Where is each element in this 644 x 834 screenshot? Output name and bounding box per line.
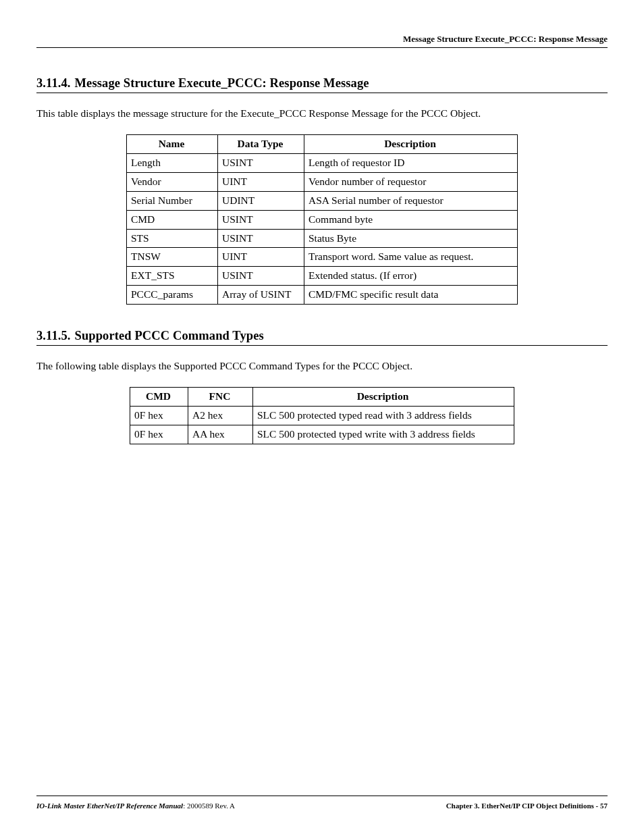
cell: USINT: [218, 267, 304, 286]
cell: Length: [127, 153, 218, 172]
cell: USINT: [218, 153, 304, 172]
col-header-name: Name: [127, 134, 218, 153]
col-header-cmd: CMD: [130, 388, 188, 407]
footer-right: Chapter 3. EtherNet/IP CIP Object Defini…: [446, 802, 608, 810]
cell: TNSW: [127, 248, 218, 267]
cell: 0F hex: [130, 425, 188, 444]
cell: Vendor: [127, 172, 218, 191]
cell: A2 hex: [188, 407, 253, 425]
table-row: PCCC_paramsArray of USINTCMD/FMC specifi…: [127, 286, 518, 305]
cell: UDINT: [218, 191, 304, 210]
cell: CMD: [127, 210, 218, 229]
section-intro-3-11-5: The following table displays the Support…: [36, 359, 608, 373]
cell: CMD/FMC specific result data: [304, 286, 518, 305]
table-header-row: CMD FNC Description: [130, 388, 514, 407]
footer-doc-title: IO-Link Master EtherNet/IP Reference Man…: [36, 802, 183, 810]
cell: Vendor number of requestor: [304, 172, 518, 191]
cell: ASA Serial number of requestor: [304, 191, 518, 210]
cell: Serial Number: [127, 191, 218, 210]
table-header-row: Name Data Type Description: [127, 134, 518, 153]
command-types-table: CMD FNC Description 0F hexA2 hexSLC 500 …: [130, 387, 514, 444]
table-row: TNSWUINTTransport word. Same value as re…: [127, 248, 518, 267]
table-row: VendorUINTVendor number of requestor: [127, 172, 518, 191]
footer-left: IO-Link Master EtherNet/IP Reference Man…: [36, 802, 235, 810]
section-heading-3-11-5: 3.11.5.Supported PCCC Command Types: [36, 329, 608, 346]
table-row: LengthUSINTLength of requestor ID: [127, 153, 518, 172]
cell: Length of requestor ID: [304, 153, 518, 172]
cell: 0F hex: [130, 407, 188, 425]
col-header-datatype: Data Type: [218, 134, 304, 153]
page-footer: IO-Link Master EtherNet/IP Reference Man…: [36, 796, 608, 810]
table-row: CMDUSINTCommand byte: [127, 210, 518, 229]
cell: USINT: [218, 210, 304, 229]
response-message-table: Name Data Type Description LengthUSINTLe…: [126, 134, 518, 305]
cell: Command byte: [304, 210, 518, 229]
cell: PCCC_params: [127, 286, 218, 305]
section-number: 3.11.5.: [36, 329, 71, 342]
col-header-fnc: FNC: [188, 388, 253, 407]
section-intro-3-11-4: This table displays the message structur…: [36, 107, 608, 121]
table-row: EXT_STSUSINTExtended status. (If error): [127, 267, 518, 286]
cell: AA hex: [188, 425, 253, 444]
cell: Extended status. (If error): [304, 267, 518, 286]
cell: SLC 500 protected typed read with 3 addr…: [253, 407, 514, 425]
cell: Transport word. Same value as request.: [304, 248, 518, 267]
footer-doc-rev: : 2000589 Rev. A: [183, 802, 235, 810]
table-row: 0F hexAA hexSLC 500 protected typed writ…: [130, 425, 514, 444]
table-row: STSUSINTStatus Byte: [127, 229, 518, 248]
cell: SLC 500 protected typed write with 3 add…: [253, 425, 514, 444]
cell: UINT: [218, 248, 304, 267]
section-title: Supported PCCC Command Types: [75, 329, 264, 342]
running-header: Message Structure Execute_PCCC: Response…: [36, 34, 608, 48]
section-number: 3.11.4.: [36, 76, 71, 90]
section-title: Message Structure Execute_PCCC: Response…: [75, 76, 369, 90]
cell: STS: [127, 229, 218, 248]
col-header-description: Description: [253, 388, 514, 407]
table-row: Serial NumberUDINTASA Serial number of r…: [127, 191, 518, 210]
cell: UINT: [218, 172, 304, 191]
cell: EXT_STS: [127, 267, 218, 286]
col-header-description: Description: [304, 134, 518, 153]
cell: USINT: [218, 229, 304, 248]
section-heading-3-11-4: 3.11.4.Message Structure Execute_PCCC: R…: [36, 76, 608, 93]
cell: Status Byte: [304, 229, 518, 248]
cell: Array of USINT: [218, 286, 304, 305]
table-row: 0F hexA2 hexSLC 500 protected typed read…: [130, 407, 514, 425]
